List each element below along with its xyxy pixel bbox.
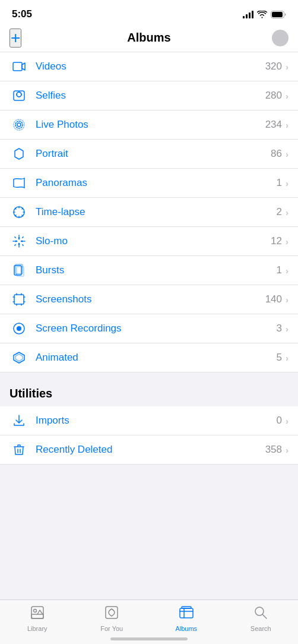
svg-rect-2 <box>13 62 22 71</box>
list-item-slomo[interactable]: Slo-mo 12 › <box>0 227 298 256</box>
svg-point-6 <box>17 92 21 97</box>
svg-line-50 <box>263 615 267 619</box>
import-icon <box>9 413 28 428</box>
svg-rect-42 <box>31 614 43 618</box>
selfie-icon <box>9 89 28 103</box>
svg-rect-45 <box>180 608 193 618</box>
screen-recordings-chevron: › <box>286 324 289 334</box>
battery-icon <box>271 11 286 18</box>
list-item-videos[interactable]: Videos 320 › <box>0 52 298 81</box>
svg-rect-36 <box>14 295 24 304</box>
tab-search[interactable]: Search <box>224 605 299 632</box>
albums-tab-icon <box>179 605 194 623</box>
screenshots-chevron: › <box>286 295 289 305</box>
add-album-button[interactable]: + <box>9 29 21 48</box>
timelapse-label: Time-lapse <box>36 206 277 218</box>
bursts-chevron: › <box>286 266 289 276</box>
slomo-chevron: › <box>286 236 289 247</box>
list-item-panoramas[interactable]: Panoramas 1 › <box>0 169 298 198</box>
recently-deleted-label: Recently Deleted <box>36 444 265 456</box>
portrait-label: Portrait <box>36 148 271 160</box>
animated-count: 5 <box>277 352 282 364</box>
list-item-bursts[interactable]: Bursts 1 › <box>0 256 298 285</box>
tab-for-you[interactable]: For You <box>75 605 150 632</box>
list-item-recently-deleted[interactable]: Recently Deleted 358 › <box>0 435 298 465</box>
library-tab-icon <box>30 605 45 623</box>
svg-rect-1 <box>272 12 283 17</box>
recently-deleted-chevron: › <box>286 445 289 455</box>
for-you-tab-icon <box>104 605 119 623</box>
portrait-icon <box>9 147 28 161</box>
status-icons <box>243 10 286 18</box>
trash-icon <box>9 443 28 457</box>
tab-library-label: Library <box>27 625 47 632</box>
panoramas-count: 1 <box>277 177 282 189</box>
imports-chevron: › <box>286 416 289 426</box>
selfies-count: 280 <box>265 90 282 102</box>
bursts-count: 1 <box>277 264 282 276</box>
tab-search-label: Search <box>251 625 271 632</box>
svg-rect-46 <box>182 607 191 608</box>
utilities-section-header: Utilities <box>0 372 298 406</box>
bursts-icon <box>9 263 28 277</box>
svg-line-19 <box>22 209 23 209</box>
timelapse-chevron: › <box>286 207 289 217</box>
screen-recordings-count: 3 <box>277 323 282 334</box>
wifi-icon <box>257 11 267 18</box>
home-indicator <box>110 637 188 640</box>
list-item-timelapse[interactable]: Time-lapse 2 › <box>0 198 298 227</box>
animated-icon <box>9 351 28 365</box>
slomo-count: 12 <box>271 235 282 247</box>
bursts-label: Bursts <box>36 264 277 276</box>
live-photos-label: Live Photos <box>36 119 265 131</box>
albums-header: + Albums <box>0 25 298 52</box>
recently-deleted-count: 358 <box>265 444 282 456</box>
selfies-chevron: › <box>286 91 289 101</box>
list-item-live-photos[interactable]: Live Photos 234 › <box>0 111 298 140</box>
avatar[interactable] <box>272 30 289 46</box>
live-photos-icon <box>9 118 28 132</box>
list-item-imports[interactable]: Imports 0 › <box>0 406 298 435</box>
live-photos-count: 234 <box>265 119 282 131</box>
svg-point-38 <box>17 326 21 331</box>
list-item-portrait[interactable]: Portrait 86 › <box>0 140 298 169</box>
svg-line-17 <box>15 209 16 209</box>
animated-chevron: › <box>286 353 289 363</box>
svg-line-20 <box>15 215 16 216</box>
tab-albums[interactable]: Albums <box>149 605 224 632</box>
screenshot-icon <box>9 292 28 307</box>
slomo-label: Slo-mo <box>36 235 271 247</box>
svg-point-49 <box>255 607 264 615</box>
panoramas-chevron: › <box>286 178 289 188</box>
svg-marker-3 <box>22 63 25 70</box>
portrait-chevron: › <box>286 149 289 159</box>
svg-line-27 <box>23 237 23 238</box>
imports-label: Imports <box>36 415 277 427</box>
album-list: Videos 320 › Selfies 280 › Live Photos <box>0 52 298 372</box>
svg-rect-44 <box>106 607 118 618</box>
svg-line-28 <box>15 245 15 245</box>
list-item-screen-recordings[interactable]: Screen Recordings 3 › <box>0 314 298 343</box>
list-item-animated[interactable]: Animated 5 › <box>0 343 298 372</box>
panorama-icon <box>9 176 28 190</box>
list-item-selfies[interactable]: Selfies 280 › <box>0 81 298 111</box>
utilities-list: Imports 0 › Recently Deleted 358 › <box>0 406 298 465</box>
main-content: Videos 320 › Selfies 280 › Live Photos <box>0 52 298 518</box>
live-photos-chevron: › <box>286 120 289 130</box>
screenshots-count: 140 <box>265 293 282 305</box>
tab-library[interactable]: Library <box>0 605 75 632</box>
svg-point-7 <box>17 123 21 127</box>
utilities-title: Utilities <box>9 387 52 400</box>
status-bar: 5:05 <box>0 0 298 25</box>
svg-point-43 <box>33 610 36 613</box>
imports-count: 0 <box>277 415 282 427</box>
list-item-screenshots[interactable]: Screenshots 140 › <box>0 285 298 314</box>
panoramas-label: Panoramas <box>36 177 277 189</box>
videos-label: Videos <box>36 61 265 72</box>
videos-chevron: › <box>286 62 289 72</box>
slomo-icon <box>9 234 28 248</box>
svg-line-18 <box>22 215 23 216</box>
timelapse-icon <box>9 205 28 219</box>
page-title: Albums <box>127 31 170 45</box>
svg-line-26 <box>23 245 23 245</box>
